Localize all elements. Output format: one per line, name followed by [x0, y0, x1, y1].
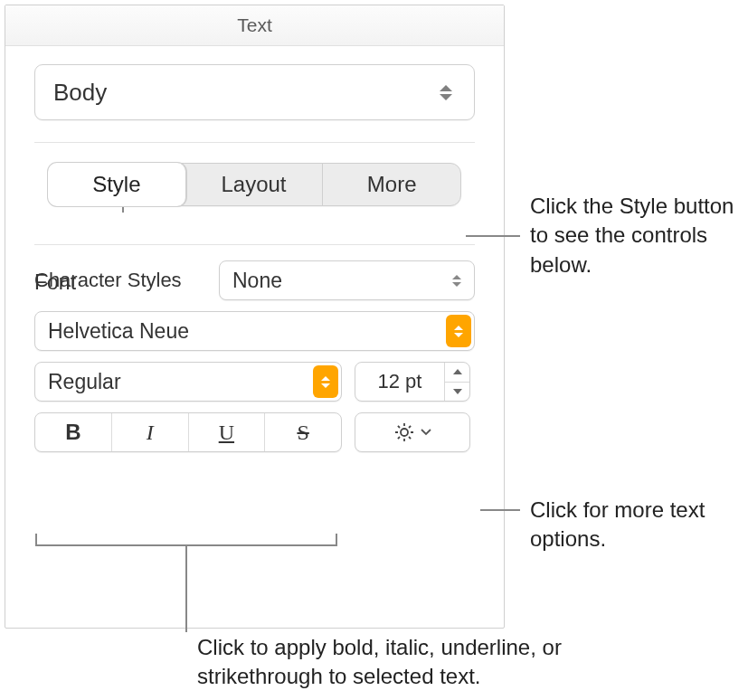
callout-tabs-text: Click the Style button to see the contro…	[530, 194, 734, 277]
underline-button[interactable]: U	[189, 413, 266, 451]
font-weight-popup[interactable]: Regular	[34, 362, 342, 402]
character-styles-value: None	[232, 269, 282, 293]
popup-stepper-icon	[446, 315, 471, 347]
svg-point-0	[401, 429, 408, 436]
font-section: Font Helvetica Neue Regular 12 pt	[5, 206, 504, 300]
tab-layout-label: Layout	[221, 172, 286, 197]
chevron-down-icon	[421, 429, 431, 436]
tab-more-label: More	[367, 172, 417, 197]
character-styles-popup[interactable]: None	[219, 260, 475, 300]
bold-glyph: B	[65, 420, 80, 445]
callout-gear-text: Click for more text options.	[530, 497, 705, 551]
tab-segmented-control: Style Layout More	[48, 163, 461, 206]
divider	[34, 142, 475, 143]
font-family-popup[interactable]: Helvetica Neue	[34, 311, 475, 351]
font-size-stepper[interactable]: 12 pt	[355, 362, 470, 402]
tab-layout[interactable]: Layout	[185, 164, 324, 205]
underline-glyph: U	[219, 421, 234, 445]
size-decrease-button[interactable]	[445, 383, 469, 402]
paragraph-style-section: Body	[5, 46, 504, 143]
callout-leader-line	[185, 546, 187, 632]
bold-button[interactable]: B	[35, 413, 112, 451]
chevron-up-down-icon	[440, 82, 456, 102]
callout-text: Click for more text options.	[530, 496, 711, 554]
size-increase-button[interactable]	[445, 363, 469, 383]
font-size-value: 12 pt	[355, 370, 444, 393]
italic-glyph: I	[147, 421, 154, 445]
chevron-up-down-icon	[452, 275, 470, 287]
strike-button[interactable]: S	[265, 413, 341, 451]
callout-leader-line	[480, 509, 520, 511]
divider	[34, 244, 475, 245]
callout-text: Click the Style button to see the contro…	[530, 192, 743, 279]
triangle-down-icon	[453, 389, 462, 394]
font-weight-value: Regular	[48, 370, 121, 394]
stepper-buttons	[444, 363, 469, 401]
paragraph-style-popup[interactable]: Body	[34, 64, 475, 120]
font-family-value: Helvetica Neue	[48, 319, 189, 344]
panel-title-text: Text	[237, 14, 272, 36]
panel-title: Text	[5, 5, 504, 46]
callout-leader-line	[466, 235, 520, 237]
callout-text: Click to apply bold, italic, underline, …	[197, 633, 622, 692]
tab-style[interactable]: Style	[48, 163, 186, 206]
italic-button[interactable]: I	[112, 413, 189, 451]
advanced-options-button[interactable]	[355, 412, 470, 452]
popup-stepper-icon	[313, 365, 338, 398]
tab-more[interactable]: More	[323, 164, 460, 205]
gear-icon	[393, 421, 415, 443]
paragraph-style-value: Body	[53, 79, 107, 107]
tab-style-label: Style	[92, 172, 140, 197]
character-styles-label: Character Styles	[34, 269, 206, 292]
strike-glyph: S	[297, 421, 308, 445]
callout-bracket	[35, 534, 337, 546]
text-style-button-group: B I U S	[34, 412, 342, 452]
callout-bius-text: Click to apply bold, italic, underline, …	[197, 635, 562, 688]
triangle-up-icon	[453, 369, 462, 374]
